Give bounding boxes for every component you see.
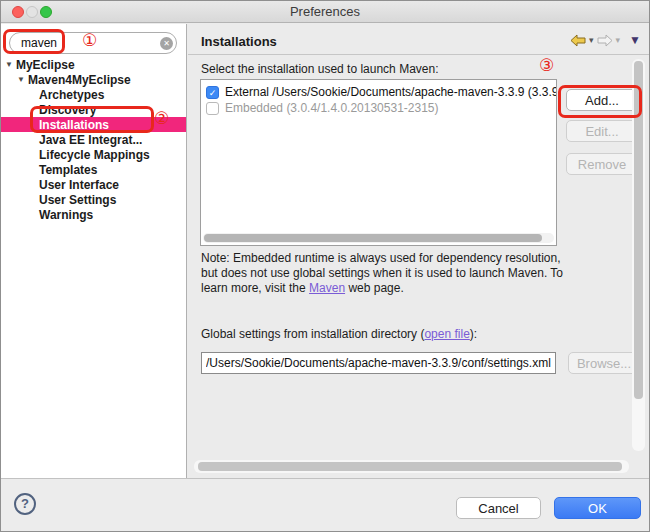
scrollbar-thumb[interactable] (634, 61, 643, 399)
browse-button: Browse... (568, 352, 640, 374)
panel-vertical-scrollbar[interactable] (632, 59, 645, 451)
open-file-link[interactable]: open file (424, 327, 469, 341)
footer-bar: ? Cancel OK (1, 478, 649, 531)
filter-search-input[interactable] (9, 32, 177, 54)
forward-icon (597, 34, 613, 47)
sidebar-item-user-settings[interactable]: User Settings (1, 192, 186, 207)
embedded-runtime-note: Note: Embedded runtime is always used fo… (201, 251, 567, 296)
expand-icon[interactable]: ▼ (17, 75, 25, 84)
installations-panel: Installations ▾ ▾ ▼ Select the installat… (188, 24, 649, 478)
add-button[interactable]: Add... (566, 89, 638, 111)
sidebar-item-installations[interactable]: Installations (1, 117, 186, 132)
view-menu-icon[interactable]: ▼ (629, 33, 641, 47)
expand-icon[interactable]: ▼ (5, 60, 13, 69)
sidebar: ✕ ▼MyEclipse ▼Maven4MyEclipse Archetypes… (1, 24, 187, 478)
preferences-tree: ▼MyEclipse ▼Maven4MyEclipse Archetypes D… (1, 57, 186, 222)
forward-menu-icon: ▾ (616, 35, 621, 45)
scrollbar-thumb[interactable] (204, 234, 542, 242)
checkbox-checked-icon[interactable]: ✓ (206, 86, 219, 99)
global-settings-path-field[interactable] (201, 352, 556, 374)
sidebar-item-user-interface[interactable]: User Interface (1, 177, 186, 192)
global-settings-label: Global settings from installation direct… (201, 327, 477, 341)
edit-button: Edit... (566, 120, 638, 142)
maven-link[interactable]: Maven (309, 281, 345, 295)
back-icon[interactable] (570, 34, 586, 47)
minimize-icon (26, 6, 38, 18)
sidebar-item-lifecycle-mappings[interactable]: Lifecycle Mappings (1, 147, 186, 162)
panel-horizontal-scrollbar[interactable] (194, 460, 629, 473)
select-installation-label: Select the installation used to launch M… (201, 62, 438, 76)
scrollbar-thumb[interactable] (198, 462, 622, 471)
page-title: Installations (201, 34, 277, 49)
sidebar-item-warnings[interactable]: Warnings (1, 207, 186, 222)
sidebar-item-myeclipse[interactable]: ▼MyEclipse (1, 57, 186, 72)
list-item-external[interactable]: ✓ External /Users/Sookie/Documents/apach… (201, 84, 556, 100)
header-separator (188, 54, 649, 55)
sidebar-item-maven4myeclipse[interactable]: ▼Maven4MyEclipse (1, 72, 186, 87)
ok-button[interactable]: OK (554, 497, 641, 519)
cancel-button[interactable]: Cancel (456, 497, 541, 519)
checkbox-unchecked-icon[interactable] (206, 102, 219, 115)
window-title: Preferences (1, 1, 649, 22)
help-button[interactable]: ? (14, 493, 36, 515)
remove-button: Remove (566, 153, 638, 175)
preferences-window: Preferences ✕ ▼MyEclipse ▼Maven4MyEclips… (0, 0, 650, 532)
sidebar-item-discovery[interactable]: Discovery (1, 102, 186, 117)
search-clear-icon[interactable]: ✕ (160, 37, 173, 50)
installations-list[interactable]: ✓ External /Users/Sookie/Documents/apach… (200, 79, 557, 246)
history-navbar: ▾ ▾ ▼ (570, 33, 641, 47)
list-item-embedded[interactable]: Embedded (3.0.4/1.4.0.20130531-2315) (201, 100, 556, 116)
sidebar-item-archetypes[interactable]: Archetypes (1, 87, 186, 102)
sidebar-item-java-ee-integration[interactable]: Java EE Integrat... (1, 132, 186, 147)
back-menu-icon[interactable]: ▾ (589, 35, 594, 45)
zoom-icon[interactable] (40, 6, 52, 18)
close-icon[interactable] (12, 6, 24, 18)
titlebar[interactable]: Preferences (1, 1, 649, 23)
list-horizontal-scrollbar[interactable] (203, 233, 554, 243)
sidebar-item-templates[interactable]: Templates (1, 162, 186, 177)
